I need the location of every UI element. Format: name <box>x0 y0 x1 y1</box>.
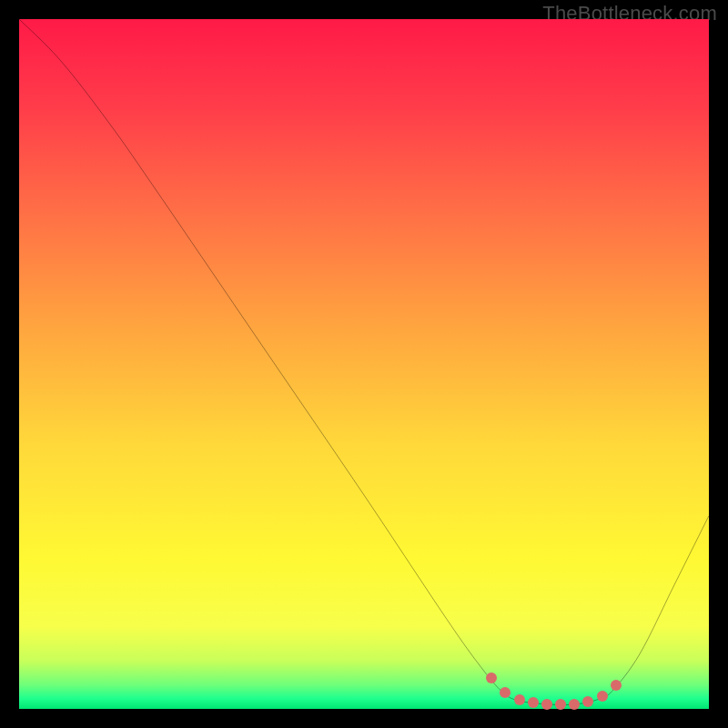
chart-stage: TheBottleneck.com <box>0 0 728 728</box>
highlight-dot <box>555 699 566 710</box>
highlight-dot <box>597 691 608 702</box>
highlight-dot <box>500 687 511 698</box>
highlight-dot <box>528 697 539 708</box>
highlight-dot <box>569 699 580 710</box>
highlight-dot <box>541 699 552 710</box>
plot-area <box>19 19 709 709</box>
highlight-dots <box>19 19 709 709</box>
highlight-dot <box>582 696 593 707</box>
highlight-dot <box>486 672 497 683</box>
highlight-dot <box>611 680 622 691</box>
highlight-dot <box>514 694 525 705</box>
